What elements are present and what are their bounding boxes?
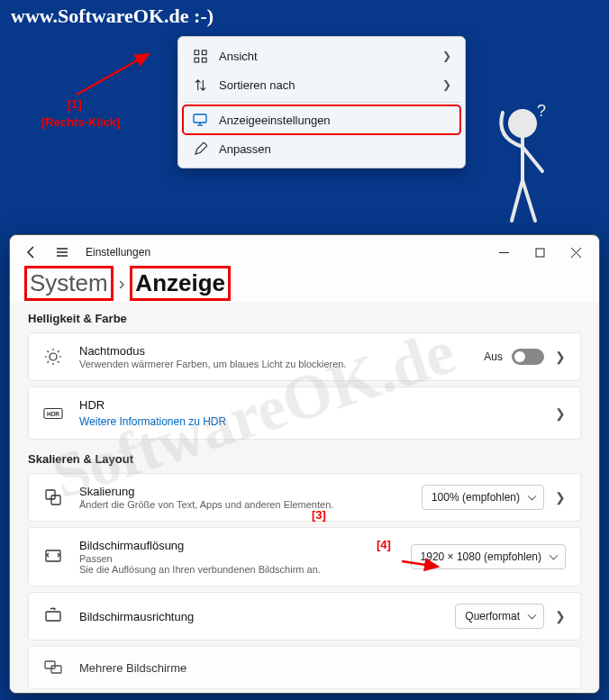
orientation-dropdown[interactable]: Querformat bbox=[455, 604, 544, 629]
menu-separator bbox=[183, 102, 460, 103]
breadcrumb-root[interactable]: System bbox=[28, 269, 110, 297]
svg-rect-11 bbox=[194, 114, 206, 123]
website-label: www.SoftwareOK.de :-) bbox=[11, 5, 214, 28]
svg-rect-10 bbox=[202, 58, 206, 62]
svg-rect-8 bbox=[202, 50, 206, 54]
nav-menu-button[interactable] bbox=[51, 241, 73, 263]
menu-item-view[interactable]: Ansicht ❯ bbox=[183, 41, 460, 70]
row-subtitle: Verwenden wärmerer Farben, um blaues Lic… bbox=[79, 359, 484, 369]
orientation-icon bbox=[43, 606, 63, 626]
titlebar: Einstellungen bbox=[10, 235, 599, 269]
row-orientation[interactable]: Bildschirmausrichtung Querformat ❯ bbox=[28, 592, 581, 641]
svg-text:HDR: HDR bbox=[47, 410, 59, 416]
chevron-right-icon: ❯ bbox=[555, 490, 566, 505]
row-title: HDR bbox=[79, 398, 544, 412]
personalize-icon bbox=[192, 141, 208, 157]
row-title: Mehrere Bildschirme bbox=[79, 661, 566, 675]
row-resolution[interactable]: Bildschirmauflösung PassenSie die Auflös… bbox=[28, 527, 581, 586]
svg-text:?: ? bbox=[537, 104, 546, 120]
arrow-annotation-1 bbox=[68, 50, 176, 104]
scaling-dropdown[interactable]: 100% (empfohlen) bbox=[422, 485, 544, 510]
svg-line-26 bbox=[48, 351, 50, 353]
settings-content: Helligkeit & Farbe Nachtmodus Verwenden … bbox=[10, 303, 599, 693]
chevron-right-icon: › bbox=[119, 273, 125, 294]
row-title: Skalierung bbox=[79, 485, 422, 498]
svg-line-28 bbox=[48, 361, 50, 363]
hdr-info-link[interactable]: Weitere Informationen zu HDR bbox=[79, 415, 226, 428]
svg-rect-33 bbox=[51, 495, 60, 505]
row-subtitle: PassenSie die Auflösung an Ihren verbund… bbox=[79, 553, 411, 575]
row-night-light[interactable]: Nachtmodus Verwenden wärmerer Farben, um… bbox=[28, 332, 581, 381]
arrow-annotation-4 bbox=[400, 554, 454, 572]
annotation-3: [3] bbox=[312, 508, 326, 522]
svg-rect-18 bbox=[536, 249, 544, 257]
display-icon bbox=[192, 112, 208, 128]
menu-item-label: Anzeigeeinstellungen bbox=[219, 114, 451, 127]
desktop-context-menu: Ansicht ❯ Sortieren nach ❯ Anzeigeeinste… bbox=[177, 36, 466, 168]
section-scale-layout: Skalieren & Layout bbox=[28, 452, 581, 466]
chevron-right-icon: ❯ bbox=[555, 609, 566, 623]
sort-icon bbox=[192, 77, 208, 93]
svg-line-29 bbox=[58, 351, 59, 353]
chevron-right-icon: ❯ bbox=[555, 406, 566, 421]
menu-item-label: Ansicht bbox=[219, 50, 442, 63]
row-hdr[interactable]: HDR HDR Weitere Informationen zu HDR ❯ bbox=[28, 386, 581, 440]
chevron-right-icon: ❯ bbox=[442, 50, 451, 62]
menu-item-personalize[interactable]: Anpassen bbox=[183, 134, 460, 163]
scaling-icon bbox=[43, 487, 63, 507]
svg-line-27 bbox=[58, 361, 59, 363]
svg-rect-32 bbox=[46, 490, 55, 499]
row-scaling[interactable]: Skalierung Ändert die Größe von Text, Ap… bbox=[28, 473, 581, 522]
svg-rect-35 bbox=[46, 612, 60, 621]
svg-line-4 bbox=[523, 180, 535, 221]
night-light-toggle[interactable] bbox=[512, 349, 544, 365]
view-icon bbox=[192, 48, 208, 64]
minimize-button[interactable] bbox=[486, 239, 522, 266]
row-title: Nachtmodus bbox=[79, 344, 484, 358]
menu-item-label: Sortieren nach bbox=[219, 78, 442, 92]
maximize-button[interactable] bbox=[522, 239, 558, 266]
svg-point-1 bbox=[510, 111, 535, 136]
stickman-illustration: ? bbox=[486, 104, 559, 230]
breadcrumb: System › Anzeige bbox=[10, 269, 599, 303]
svg-rect-37 bbox=[51, 666, 61, 673]
window-title: Einstellungen bbox=[86, 246, 150, 259]
row-multi-displays[interactable]: Mehrere Bildschirme bbox=[28, 646, 581, 689]
menu-item-display-settings[interactable]: Anzeigeeinstellungen bbox=[183, 105, 460, 134]
svg-line-5 bbox=[523, 147, 542, 171]
chevron-right-icon: ❯ bbox=[442, 78, 451, 91]
section-brightness-color: Helligkeit & Farbe bbox=[28, 312, 581, 325]
multi-display-icon bbox=[43, 658, 63, 677]
row-title: Bildschirmauflösung bbox=[79, 539, 411, 552]
settings-window: Einstellungen System › Anzeige [3] Helli… bbox=[9, 234, 600, 694]
svg-point-21 bbox=[50, 353, 57, 360]
svg-rect-7 bbox=[194, 50, 198, 54]
svg-line-38 bbox=[402, 561, 438, 567]
menu-item-sort[interactable]: Sortieren nach ❯ bbox=[183, 70, 460, 99]
back-button[interactable] bbox=[21, 241, 42, 263]
svg-rect-9 bbox=[194, 58, 198, 62]
svg-rect-36 bbox=[45, 661, 55, 668]
svg-line-3 bbox=[512, 180, 523, 221]
annotation-1: [1] bbox=[68, 97, 82, 111]
row-title: Bildschirmausrichtung bbox=[79, 610, 455, 623]
annotation-4: [4] bbox=[377, 538, 391, 551]
night-light-icon bbox=[43, 347, 63, 367]
toggle-state-label: Aus bbox=[484, 350, 503, 363]
annotation-1b: [Rechts-Klick] bbox=[41, 115, 120, 129]
close-button[interactable] bbox=[558, 239, 594, 266]
svg-line-0 bbox=[77, 54, 149, 95]
menu-item-label: Anpassen bbox=[219, 142, 451, 156]
resolution-icon bbox=[43, 547, 63, 567]
chevron-right-icon: ❯ bbox=[555, 350, 566, 364]
row-subtitle: Ändert die Größe von Text, Apps und ande… bbox=[79, 499, 422, 510]
hdr-icon: HDR bbox=[43, 404, 63, 423]
breadcrumb-current: Anzeige bbox=[133, 269, 227, 297]
